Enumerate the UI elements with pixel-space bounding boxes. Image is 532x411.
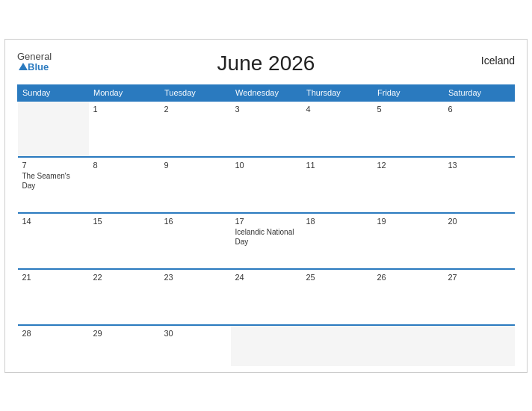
calendar-cell: 16 — [160, 213, 231, 269]
calendar-cell: 30 — [160, 325, 231, 366]
calendar-cell: 12 — [373, 157, 444, 213]
logo-triangle-icon — [19, 63, 28, 70]
calendar-cell: 22 — [89, 269, 160, 325]
day-number: 30 — [164, 329, 226, 338]
day-number: 4 — [306, 105, 368, 114]
calendar-cell — [18, 101, 89, 157]
calendar-cell — [302, 325, 373, 366]
calendar-cell: 29 — [89, 325, 160, 366]
calendar-week-row: 7The Seamen's Day8910111213 — [18, 157, 515, 213]
day-number: 12 — [377, 161, 439, 170]
calendar-cell — [444, 325, 515, 366]
day-number: 2 — [164, 105, 226, 114]
calendar-cell: 17Icelandic National Day — [231, 213, 302, 269]
calendar-table: Sunday Monday Tuesday Wednesday Thursday… — [17, 84, 515, 366]
day-number: 18 — [306, 217, 368, 226]
day-number: 28 — [22, 329, 84, 338]
day-number: 16 — [164, 217, 226, 226]
calendar-cell — [373, 325, 444, 366]
calendar-cell: 27 — [444, 269, 515, 325]
header-saturday: Saturday — [444, 84, 515, 101]
event-label: The Seamen's Day — [22, 172, 70, 190]
day-number: 3 — [235, 105, 297, 114]
calendar-cell: 3 — [231, 101, 302, 157]
calendar-week-row: 21222324252627 — [18, 269, 515, 325]
calendar-cell: 23 — [160, 269, 231, 325]
day-number: 1 — [93, 105, 155, 114]
header-sunday: Sunday — [18, 84, 89, 101]
calendar-cell: 5 — [373, 101, 444, 157]
logo: General Blue — [17, 52, 52, 73]
calendar-container: General Blue June 2026 Iceland Sunday Mo… — [4, 39, 528, 373]
calendar-cell: 1 — [89, 101, 160, 157]
day-number: 24 — [235, 273, 297, 282]
days-header-row: Sunday Monday Tuesday Wednesday Thursday… — [18, 84, 515, 101]
day-number: 10 — [235, 161, 297, 170]
logo-blue-text: Blue — [17, 62, 49, 72]
day-number: 11 — [306, 161, 368, 170]
calendar-cell — [231, 325, 302, 366]
calendar-week-row: 282930 — [18, 325, 515, 366]
day-number: 25 — [306, 273, 368, 282]
calendar-cell: 7The Seamen's Day — [18, 157, 89, 213]
calendar-cell: 14 — [18, 213, 89, 269]
day-number: 8 — [93, 161, 155, 170]
day-number: 17 — [235, 217, 297, 226]
day-number: 21 — [22, 273, 84, 282]
calendar-cell: 28 — [18, 325, 89, 366]
calendar-header: General Blue June 2026 Iceland — [17, 52, 515, 75]
header-monday: Monday — [89, 84, 160, 101]
calendar-cell: 6 — [444, 101, 515, 157]
day-number: 27 — [448, 273, 510, 282]
day-number: 23 — [164, 273, 226, 282]
header-tuesday: Tuesday — [160, 84, 231, 101]
day-number: 15 — [93, 217, 155, 226]
day-number: 7 — [22, 161, 84, 170]
calendar-week-row: 123456 — [18, 101, 515, 157]
calendar-cell: 25 — [302, 269, 373, 325]
day-number: 14 — [22, 217, 84, 226]
calendar-cell: 4 — [302, 101, 373, 157]
calendar-week-row: 14151617Icelandic National Day181920 — [18, 213, 515, 269]
header-friday: Friday — [373, 84, 444, 101]
logo-general-text: General — [17, 52, 52, 62]
header-thursday: Thursday — [302, 84, 373, 101]
calendar-cell: 21 — [18, 269, 89, 325]
header-wednesday: Wednesday — [231, 84, 302, 101]
calendar-cell: 11 — [302, 157, 373, 213]
day-number: 26 — [377, 273, 439, 282]
calendar-cell: 8 — [89, 157, 160, 213]
calendar-cell: 20 — [444, 213, 515, 269]
day-number: 20 — [448, 217, 510, 226]
event-label: Icelandic National Day — [235, 228, 294, 246]
calendar-country: Iceland — [481, 55, 515, 67]
calendar-cell: 10 — [231, 157, 302, 213]
day-number: 5 — [377, 105, 439, 114]
day-number: 29 — [93, 329, 155, 338]
calendar-title: June 2026 — [217, 52, 315, 75]
calendar-cell: 26 — [373, 269, 444, 325]
day-number: 13 — [448, 161, 510, 170]
day-number: 22 — [93, 273, 155, 282]
calendar-cell: 18 — [302, 213, 373, 269]
calendar-cell: 19 — [373, 213, 444, 269]
day-number: 6 — [448, 105, 510, 114]
calendar-cell: 2 — [160, 101, 231, 157]
calendar-cell: 24 — [231, 269, 302, 325]
calendar-cell: 9 — [160, 157, 231, 213]
day-number: 9 — [164, 161, 226, 170]
day-number: 19 — [377, 217, 439, 226]
calendar-cell: 13 — [444, 157, 515, 213]
calendar-cell: 15 — [89, 213, 160, 269]
